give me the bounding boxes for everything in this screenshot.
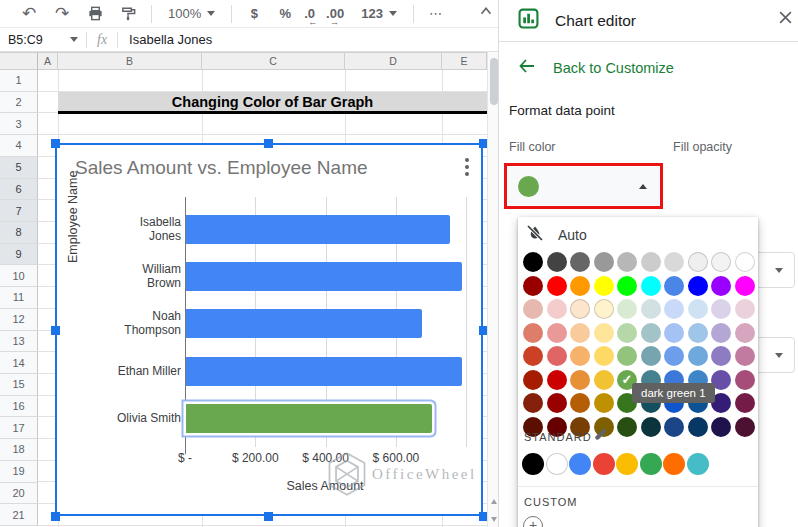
bar-isabella-jones[interactable] — [186, 215, 450, 244]
row-header-13[interactable]: 13 — [0, 331, 38, 353]
column-header-A[interactable]: A — [38, 52, 58, 70]
color-swatch-bf9000[interactable] — [594, 393, 614, 413]
color-swatch-274e13[interactable] — [617, 417, 637, 437]
chart-menu-button[interactable] — [459, 153, 475, 181]
back-to-customize-button[interactable]: Back to Customize — [518, 58, 674, 78]
color-swatch-c9daf8[interactable] — [664, 299, 684, 319]
vertical-scrollbar[interactable] — [487, 52, 498, 527]
edit-pencil-icon[interactable] — [594, 427, 608, 445]
auto-color-option[interactable]: Auto — [526, 224, 587, 246]
color-swatch-a64d79[interactable] — [735, 370, 755, 390]
column-header-C[interactable]: C — [202, 52, 345, 70]
color-swatch-ffd966[interactable] — [594, 346, 614, 366]
color-swatch-b6d7a8[interactable] — [617, 323, 637, 343]
color-swatch-f6b26b[interactable] — [570, 346, 590, 366]
color-swatch-f4cccc[interactable] — [547, 299, 567, 319]
color-swatch-d9d9d9[interactable] — [664, 252, 684, 272]
color-swatch-cfe2f3[interactable] — [688, 299, 708, 319]
column-header-B[interactable]: B — [58, 52, 202, 70]
color-swatch-d9d2e9[interactable] — [711, 299, 731, 319]
color-swatch-f1c232[interactable] — [594, 370, 614, 390]
color-swatch-434343[interactable] — [547, 252, 567, 272]
row-header-3[interactable]: 3 — [0, 113, 38, 135]
color-swatch-00ffff[interactable] — [641, 276, 661, 296]
row-header-7[interactable]: 7 — [0, 200, 38, 222]
color-swatch-e69138[interactable] — [570, 370, 590, 390]
color-swatch-ffff00[interactable] — [594, 276, 614, 296]
row-header-2[interactable]: 2 — [0, 92, 38, 114]
color-swatch-20124d[interactable] — [711, 417, 731, 437]
color-swatch-073763[interactable] — [688, 417, 708, 437]
row-header-6[interactable]: 6 — [0, 179, 38, 201]
color-swatch-cc0000[interactable] — [547, 370, 567, 390]
chart[interactable]: Sales Amount vs. Employee Name Employee … — [55, 143, 483, 516]
color-swatch-980000[interactable] — [523, 276, 543, 296]
color-swatch-76a5af[interactable] — [641, 346, 661, 366]
row-header-19[interactable]: 19 — [0, 461, 38, 483]
color-swatch-8e7cc3[interactable] — [711, 346, 731, 366]
standard-color-34a853[interactable] — [640, 453, 662, 475]
bar-noah-thompson[interactable] — [186, 309, 422, 338]
color-swatch-990000[interactable] — [547, 393, 567, 413]
color-swatch-93c47d[interactable] — [617, 346, 637, 366]
row-header-4[interactable]: 4 — [0, 135, 38, 157]
row-header-9[interactable]: 9 — [0, 244, 38, 266]
row-header-10[interactable]: 10 — [0, 265, 38, 287]
color-swatch-9fc5e8[interactable] — [688, 323, 708, 343]
add-custom-color-button[interactable]: + — [523, 516, 543, 527]
paint-format-icon[interactable] — [115, 3, 141, 25]
standard-color-4285f4[interactable] — [569, 453, 591, 475]
currency-format-button[interactable]: $ — [242, 6, 266, 21]
selection-handle[interactable] — [51, 326, 60, 335]
standard-color-ffffff[interactable] — [546, 453, 568, 475]
fill-color-dropdown[interactable] — [508, 167, 659, 205]
row-header-14[interactable]: 14 — [0, 352, 38, 374]
row-header-8[interactable]: 8 — [0, 222, 38, 244]
color-swatch-ff9900[interactable] — [570, 276, 590, 296]
color-swatch-d0e0e3[interactable] — [641, 299, 661, 319]
print-icon[interactable] — [82, 3, 108, 25]
color-swatch-1c4587[interactable] — [664, 417, 684, 437]
color-swatch-f9cb9c[interactable] — [570, 323, 590, 343]
row-header-20[interactable]: 20 — [0, 483, 38, 505]
color-swatch-e06666[interactable] — [547, 346, 567, 366]
color-swatch-85200c[interactable] — [523, 393, 543, 413]
color-swatch-4c1130[interactable] — [735, 417, 755, 437]
row-header-15[interactable]: 15 — [0, 374, 38, 396]
row-header-12[interactable]: 12 — [0, 309, 38, 331]
formula-input[interactable]: Isabella Jones — [118, 32, 212, 47]
close-icon[interactable] — [778, 10, 793, 29]
color-swatch-000000[interactable] — [523, 252, 543, 272]
color-swatch-6fa8dc[interactable] — [688, 346, 708, 366]
standard-color-46bdc6[interactable] — [687, 453, 709, 475]
bar-william-brown[interactable] — [186, 262, 462, 291]
number-format-button[interactable]: 123 — [355, 6, 403, 21]
color-swatch-ffe599[interactable] — [594, 323, 614, 343]
standard-color-fbbc04[interactable] — [616, 453, 638, 475]
bar-ethan-miller[interactable] — [186, 357, 462, 386]
color-swatch-a2c4c9[interactable] — [641, 323, 661, 343]
color-swatch-c27ba0[interactable] — [735, 346, 755, 366]
color-swatch-b7b7b7[interactable] — [617, 252, 637, 272]
color-swatch-0c343d[interactable] — [641, 417, 661, 437]
color-swatch-fce5cd[interactable] — [570, 299, 590, 319]
increase-decimal-button[interactable]: .00→ — [326, 6, 348, 21]
color-swatch-741b47[interactable] — [735, 393, 755, 413]
color-swatch-ff00ff[interactable] — [735, 276, 755, 296]
redo-icon[interactable]: ↷ — [49, 3, 75, 25]
name-box[interactable]: B5:C9 — [0, 33, 86, 47]
selection-handle[interactable] — [51, 512, 60, 521]
color-swatch-ff0000[interactable] — [547, 276, 567, 296]
selection-handle[interactable] — [51, 139, 60, 148]
color-swatch-fff2cc[interactable] — [594, 299, 614, 319]
color-swatch-4a86e8[interactable] — [664, 276, 684, 296]
color-swatch-f3f3f3[interactable] — [711, 252, 731, 272]
color-swatch-b45f06[interactable] — [570, 393, 590, 413]
color-swatch-b4a7d6[interactable] — [711, 323, 731, 343]
color-swatch-999999[interactable] — [594, 252, 614, 272]
color-swatch-666666[interactable] — [570, 252, 590, 272]
bar-olivia-smith[interactable] — [186, 404, 432, 433]
color-swatch-9900ff[interactable] — [711, 276, 731, 296]
row-header-21[interactable]: 21 — [0, 504, 38, 526]
color-swatch-cc4125[interactable] — [523, 346, 543, 366]
